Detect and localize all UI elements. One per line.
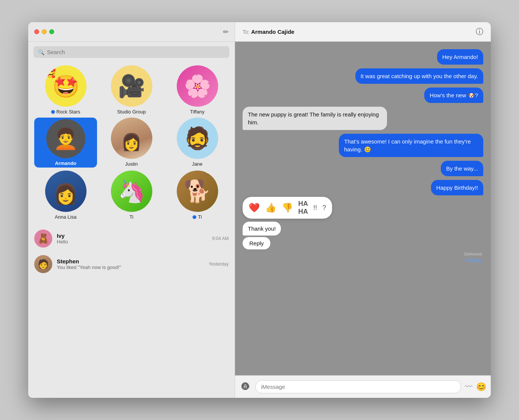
contact-name-ivy: Ivy	[57, 233, 208, 239]
message-status: Delivered	[464, 252, 483, 256]
message-bubble-2: It was great catching up with you the ot…	[355, 68, 483, 84]
contact-row-ivy[interactable]: 🧸 Ivy Hello 9:04 AM	[28, 226, 235, 251]
contact-time-ivy: 9:04 AM	[212, 236, 229, 241]
pinned-label-ti: Ti	[198, 214, 202, 220]
messages-window: ✏ 🔍 🤩 🥰 Rock Stars	[28, 22, 491, 398]
message-row-5: That's awesome! I can only imagine the f…	[243, 134, 483, 157]
emoji-button[interactable]: 😊	[476, 382, 486, 392]
pinned-avatar-jane: 👩	[45, 171, 86, 212]
pinned-label-armando: Armando	[55, 160, 76, 166]
tapback-bar: ❤️ 👍 👎 HAHA !! ?	[243, 197, 332, 219]
reply-bubble[interactable]: Reply	[243, 237, 270, 249]
message-row-1: Hey Armando!	[243, 49, 483, 65]
contact-info-stephen: Stephen You liked "Yeah now is good!"	[57, 258, 204, 270]
message-bubble-5: That's awesome! I can only imagine the f…	[339, 134, 483, 157]
minimize-button[interactable]	[42, 29, 47, 34]
pinned-item-jane[interactable]: 👩 Anna Lisa	[34, 171, 97, 220]
imessage-input[interactable]	[255, 380, 461, 393]
pinned-avatar-studio-group: 🎥	[111, 65, 152, 107]
pinned-avatar-ti: 🐕 Hey!	[177, 171, 218, 212]
message-bubble-7: Happy Birthday!!	[431, 180, 483, 195]
pinned-avatar-tiffany: 🌸	[177, 65, 218, 107]
pinned-label-tiffany: Tiffany	[190, 109, 204, 115]
maximize-button[interactable]	[49, 29, 54, 34]
hey-badge: Hey!	[205, 171, 218, 174]
message-bubble-3: How's the new 🐶?	[424, 88, 483, 103]
pinned-avatar-armando: 🧑‍🦱	[46, 119, 85, 158]
pinned-avatar-justin: 🧔	[177, 118, 218, 159]
sidebar-titlebar: ✏	[28, 22, 235, 42]
unread-dot-rock-stars	[51, 110, 55, 114]
search-input[interactable]	[47, 49, 225, 55]
pinned-label-rock-stars: Rock Stars	[56, 109, 80, 115]
tapback-emphasis[interactable]: !!	[313, 204, 317, 212]
traffic-lights	[34, 29, 54, 34]
search-icon: 🔍	[38, 49, 44, 55]
pinned-item-studio-group[interactable]: 🎥 Studio Group	[100, 65, 163, 115]
message-row-7: Happy Birthday!!	[243, 180, 483, 195]
tapback-haha[interactable]: HAHA	[298, 200, 308, 216]
message-row-6: By the way...	[243, 161, 483, 176]
contact-time-stephen: Yesterday	[209, 261, 229, 267]
message-bubble-4: The new puppy is great! The family is re…	[243, 107, 387, 130]
compose-button[interactable]: ✏	[223, 28, 229, 36]
thank-you-bubble: Thank you!	[243, 222, 281, 236]
pinned-avatar-anna-lisa: 🦄	[111, 171, 152, 212]
pinned-label-studio-group: Studio Group	[117, 109, 146, 115]
message-row-4: The new puppy is great! The family is re…	[243, 107, 483, 130]
contact-info-ivy: Ivy Hello	[57, 233, 208, 245]
message-row-3: How's the new 🐶?	[243, 88, 483, 103]
message-row-2: It was great catching up with you the ot…	[243, 68, 483, 84]
pinned-contacts-grid: 🤩 🥰 Rock Stars 🎥 Studio Group	[28, 62, 235, 226]
pinned-item-tiffany[interactable]: 🌸 Tiffany	[166, 65, 229, 115]
chat-header: To: Armando Cajide ⓘ	[235, 22, 491, 42]
chat-messages: Hey Armando! It was great catching up wi…	[235, 42, 491, 375]
contact-name-stephen: Stephen	[57, 258, 204, 264]
message-bubble-1: Hey Armando!	[437, 49, 483, 65]
pinned-item-anna-lisa[interactable]: 🦄 Ti	[100, 171, 163, 220]
search-bar: 🔍	[33, 46, 229, 58]
contact-preview-ivy: Hello	[57, 239, 208, 245]
contact-row-stephen[interactable]: 🧑 Stephen You liked "Yeah now is good!" …	[28, 251, 235, 277]
close-button[interactable]	[34, 29, 39, 34]
contact-list: 🧸 Ivy Hello 9:04 AM 🧑 Stephen You liked …	[28, 226, 235, 398]
pinned-label-justin: Jane	[192, 161, 202, 167]
pinned-item-rock-stars[interactable]: 🤩 🥰 Rock Stars	[34, 65, 97, 115]
chat-main: To: Armando Cajide ⓘ Hey Armando! It was…	[235, 22, 491, 398]
chat-to-name: Armando Cajide	[251, 29, 294, 35]
pinned-avatar-liz: 👩	[111, 118, 152, 159]
pinned-avatar-rock-stars: 🤩 🥰	[45, 65, 86, 107]
pinned-label-anna-lisa: Ti	[129, 214, 133, 220]
message-group-7: Happy Birthday!! ❤️ 👍 👎 HAHA !! ? Than	[243, 180, 483, 263]
pinned-label-jane: Anna Lisa	[55, 214, 77, 220]
tapback-thumbsdown[interactable]: 👎	[282, 202, 293, 213]
tapback-area: ❤️ 👍 👎 HAHA !! ? Thank you! Reply	[243, 197, 483, 249]
unread-dot-ti	[193, 215, 196, 219]
pinned-item-justin[interactable]: 🧔 Jane	[166, 118, 229, 168]
contact-avatar-ivy: 🧸	[34, 230, 52, 248]
chat-info-button[interactable]: ⓘ	[476, 27, 483, 37]
tapback-heart[interactable]: ❤️	[249, 202, 260, 213]
message-bubble-6: By the way...	[441, 161, 483, 176]
sidebar: ✏ 🔍 🤩 🥰 Rock Stars	[28, 22, 235, 398]
tapback-question[interactable]: ?	[322, 204, 326, 212]
replay-link[interactable]: ↩ Replay	[463, 258, 483, 263]
app-store-button[interactable]: 🅐	[240, 381, 252, 393]
pinned-item-liz[interactable]: 👩 Justin	[100, 118, 163, 168]
chat-input-bar: 🅐 〰 😊	[235, 375, 491, 398]
pinned-item-ti[interactable]: 🐕 Hey! Ti	[166, 171, 229, 220]
contact-preview-stephen: You liked "Yeah now is good!"	[57, 264, 204, 270]
tapback-response-group: ❤️ 👍 👎 HAHA !! ? Thank you! Reply	[243, 197, 332, 249]
pinned-label-liz: Justin	[125, 161, 138, 167]
voice-button[interactable]: 〰	[465, 382, 472, 391]
contact-avatar-stephen: 🧑	[34, 255, 52, 273]
pinned-item-armando[interactable]: 🧑‍🦱 Armando	[34, 118, 97, 168]
chat-to-label: To:	[243, 29, 250, 35]
tapback-thumbsup[interactable]: 👍	[265, 202, 276, 213]
